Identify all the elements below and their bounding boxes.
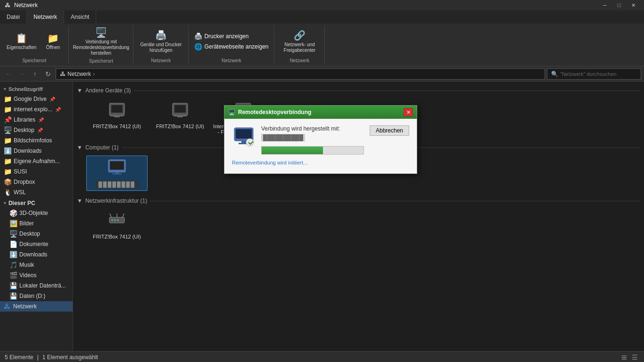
search-icon: 🔍 xyxy=(551,71,558,77)
back-button[interactable]: ← xyxy=(3,68,14,80)
forward-button[interactable]: → xyxy=(16,68,27,80)
dropbox-icon: 📦 xyxy=(4,178,12,186)
sidebar-item-downloads-quick-label: Downloads xyxy=(14,148,41,154)
sidebar-item-netzwerk[interactable]: 🖧 Netzwerk xyxy=(0,301,73,312)
sidebar-item-desktop-quick-label: Desktop xyxy=(14,127,34,133)
rdp-title-icon: 🖥️ xyxy=(228,109,235,115)
sidebar-item-susi-label: SUSI xyxy=(14,168,27,175)
rdp-close-button[interactable]: ✕ xyxy=(404,108,413,116)
eigenschaften-label: Eigenschaften xyxy=(7,45,36,50)
drucker-anzeigen-button[interactable]: 🖨️ Drucker anzeigen xyxy=(192,32,270,41)
refresh-button[interactable]: ↻ xyxy=(42,68,54,80)
ribbon-group-label-speicherort2: Speicherort xyxy=(89,58,113,65)
drucker-anzeigen-label: Drucker anzeigen xyxy=(204,33,248,40)
selected-count: 1 Element ausgewählt xyxy=(42,354,98,361)
eigenschaften-button[interactable]: 📋 Eigenschaften xyxy=(4,31,39,52)
aufnahmen-icon: 📁 xyxy=(4,157,12,165)
remotedesktop-button[interactable]: 🖥️ Verbindung mit Remotedesktopverbindun… xyxy=(73,25,129,58)
sidebar-item-bilder-label: Bilder xyxy=(19,220,34,227)
sidebar-item-susi[interactable]: 📁 SUSI xyxy=(0,166,73,177)
search-placeholder: "Netzwerk" durchsuchen xyxy=(560,71,617,77)
ribbon-group-freigabe: 🔗 Netzwerk- und Freigabecenter Netzwerk xyxy=(274,25,325,64)
rdp-computer-icon xyxy=(232,125,256,153)
sidebar-item-3d-objekte[interactable]: 🎲 3D-Objekte xyxy=(0,208,73,218)
webseite-icon: 🌐 xyxy=(194,43,202,50)
tab-datei[interactable]: Datei xyxy=(0,10,27,24)
geraete-drucker-label: Geräte und Drucker hinzufügen xyxy=(140,42,182,53)
dieser-pc-chevron: ▼ xyxy=(3,201,7,206)
sidebar-item-musik[interactable]: 🎵 Musik xyxy=(0,260,73,270)
libraries-pin: 📌 xyxy=(38,117,44,123)
drucker-icon: 🖨️ xyxy=(194,33,202,40)
title-bar-left: 🖧 Netzwerk xyxy=(4,1,38,9)
svg-rect-24 xyxy=(236,129,252,139)
desktop-pin: 📌 xyxy=(37,128,43,133)
libraries-icon: 📌 xyxy=(4,116,12,123)
geraete-drucker-button[interactable]: 🖨️ Geräte und Drucker hinzufügen xyxy=(137,28,184,55)
sidebar-item-bildschirmfotos[interactable]: 📁 Bildschirmfotos xyxy=(0,135,73,146)
3d-icon: 🎲 xyxy=(9,209,17,217)
tab-ansicht[interactable]: Ansicht xyxy=(64,10,96,24)
sidebar-item-internet-explorer[interactable]: 📁 internet explo... 📌 xyxy=(0,104,73,115)
quick-access-header[interactable]: ▼ Schnellzugriff xyxy=(0,83,73,94)
oeffnen-button[interactable]: 📁 Öffnen xyxy=(41,31,65,52)
sidebar-item-musik-label: Musik xyxy=(19,262,34,268)
freigabe-icon: 🔗 xyxy=(294,30,305,41)
downloads-quick-icon: ⬇️ xyxy=(4,147,12,155)
sidebar-item-aufnahmen-label: Eigene Aufnahm... xyxy=(14,158,60,165)
sidebar-item-desktop-quick[interactable]: 🖥️ Desktop 📌 xyxy=(0,125,73,135)
freigabe-label: Netzwerk- und Freigabecenter xyxy=(281,42,318,53)
up-button[interactable]: ↑ xyxy=(29,68,41,80)
sidebar-item-dropbox[interactable]: 📦 Dropbox xyxy=(0,177,73,187)
ribbon-group-speicherort1: 📋 Eigenschaften 📁 Öffnen Speicherort xyxy=(0,25,69,64)
geraetewebseite-button[interactable]: 🌐 Gerätewebseite anzeigen xyxy=(192,42,270,51)
rdp-dialog: 🖥️ Remotedesktopverbindung ✕ xyxy=(224,105,417,174)
desktop-icon: 🖥️ xyxy=(9,230,17,238)
lokaler-icon: 💾 xyxy=(9,282,17,289)
ribbon: Datei Netzwerk Ansicht 📋 Eigenschaften 📁… xyxy=(0,10,644,66)
title-text: Netzwerk xyxy=(14,2,38,8)
sidebar-item-videos[interactable]: 🎬 Videos xyxy=(0,270,73,280)
close-button[interactable]: ✕ xyxy=(626,0,640,10)
dokumente-icon: 📄 xyxy=(9,240,17,248)
ribbon-group-label-netzwerk1: Netzwerk xyxy=(151,57,171,64)
sidebar-item-desktop[interactable]: 🖥️ Desktop xyxy=(0,229,73,239)
search-box[interactable]: 🔍 "Netzwerk" durchsuchen xyxy=(547,68,641,80)
quick-access-chevron: ▼ xyxy=(3,87,7,91)
minimize-button[interactable]: ─ xyxy=(598,0,612,10)
sidebar-item-downloads-quick[interactable]: ⬇️ Downloads xyxy=(0,146,73,156)
sidebar: ▼ Schnellzugriff 📁 Google Drive 📌 📁 inte… xyxy=(0,82,73,351)
title-bar: 🖧 Netzwerk ─ □ ✕ xyxy=(0,0,644,10)
path-icon: 🖧 xyxy=(60,71,66,77)
desktop-quick-icon: 🖥️ xyxy=(4,126,12,134)
address-path[interactable]: 🖧 Netzwerk › xyxy=(56,68,545,80)
sidebar-item-eigene-aufnahmen[interactable]: 📁 Eigene Aufnahm... xyxy=(0,156,73,166)
sidebar-item-daten-d-label: Daten (D:) xyxy=(19,293,45,299)
sidebar-item-dokumente[interactable]: 📄 Dokumente xyxy=(0,239,73,249)
sidebar-item-bilder[interactable]: 🖼️ Bilder xyxy=(0,218,73,229)
sidebar-item-libraries[interactable]: 📌 Libraries 📌 xyxy=(0,115,73,125)
rdp-connecting-text: Verbindung wird hergestellt mit: xyxy=(261,125,364,132)
details-view-button[interactable]: ☰ xyxy=(630,354,639,361)
maximize-button[interactable]: □ xyxy=(612,0,626,10)
sidebar-item-3d-label: 3D-Objekte xyxy=(19,210,48,216)
tab-netzwerk[interactable]: Netzwerk xyxy=(27,10,64,24)
progress-bar-container xyxy=(261,146,364,155)
status-separator: | xyxy=(37,354,39,361)
sidebar-item-daten-d[interactable]: 💾 Daten (D:) xyxy=(0,291,73,301)
large-icons-view-button[interactable]: ⊞ xyxy=(620,354,628,361)
sidebar-item-wsl[interactable]: 🐧 WSL xyxy=(0,187,73,197)
remotedesktop-icon: 🖥️ xyxy=(95,27,107,38)
path-chevron: › xyxy=(93,71,95,77)
bildschirmfotos-icon: 📁 xyxy=(4,137,12,144)
dieser-pc-header[interactable]: ▼ Dieser PC xyxy=(0,197,73,208)
sidebar-item-google-drive-label: Google Drive xyxy=(14,96,47,102)
netzwerk-freigabe-button[interactable]: 🔗 Netzwerk- und Freigabecenter xyxy=(278,28,321,55)
sidebar-item-downloads[interactable]: ⬇️ Downloads xyxy=(0,249,73,260)
abbrechen-button[interactable]: Abbrechen xyxy=(370,125,409,136)
rdp-dialog-body: Verbindung wird hergestellt mit: ███████… xyxy=(224,119,417,173)
status-bar-right: ⊞ ☰ xyxy=(620,354,639,361)
rdp-status-row: Remoteverbindung wird initiiert... xyxy=(232,159,409,166)
sidebar-item-google-drive[interactable]: 📁 Google Drive 📌 xyxy=(0,94,73,104)
sidebar-item-lokaler-datentraeger[interactable]: 💾 Lokaler Datenträ... xyxy=(0,280,73,291)
